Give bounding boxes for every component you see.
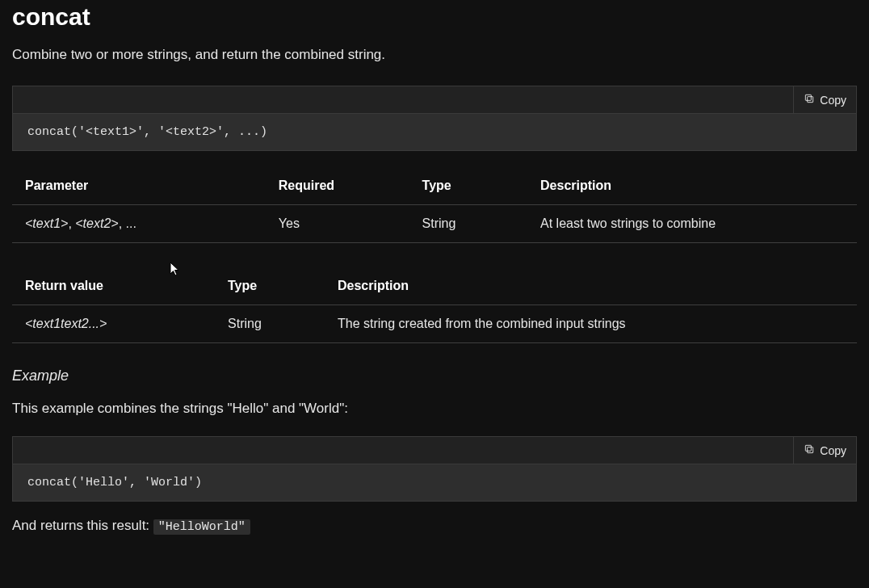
table-row: <text1text2...> String The string create… <box>12 305 857 343</box>
table-row: <text1>, <text2>, ... Yes String At leas… <box>12 205 857 243</box>
svg-rect-2 <box>808 447 813 453</box>
code-header: Copy <box>13 86 856 114</box>
code-header: Copy <box>13 437 856 464</box>
code-body-example: concat('Hello', 'World') <box>13 464 856 501</box>
example-heading: Example <box>12 368 857 384</box>
return-value-text: <text1text2...> <box>25 317 107 330</box>
intro-text: Combine two or more strings, and return … <box>12 47 857 63</box>
cell-parameter: <text1>, <text2>, ... <box>12 205 266 243</box>
result-prefix: And returns this result: <box>12 518 153 533</box>
cell-return-type: String <box>215 305 325 343</box>
parameters-table: Parameter Required Type Description <tex… <box>12 167 857 243</box>
code-block-example: Copy concat('Hello', 'World') <box>12 436 857 502</box>
cell-return-value: <text1text2...> <box>12 305 215 343</box>
copy-icon <box>804 93 815 107</box>
code-body-syntax: concat('<text1>', '<text2>', ...) <box>13 114 856 150</box>
svg-rect-1 <box>806 94 812 100</box>
copy-label: Copy <box>820 444 846 457</box>
col-type: Type <box>409 167 527 205</box>
copy-icon <box>804 443 815 457</box>
copy-button[interactable]: Copy <box>793 437 856 464</box>
param-rest: ... <box>126 216 136 230</box>
col-parameter: Parameter <box>12 167 266 205</box>
param-sep: , <box>68 216 75 230</box>
result-line: And returns this result: "HelloWorld" <box>12 518 857 534</box>
table-header-row: Return value Type Description <box>12 267 857 305</box>
page-title: concat <box>12 0 857 31</box>
col-required: Required <box>266 167 409 205</box>
cell-type: String <box>409 205 527 243</box>
col-return-value: Return value <box>12 267 215 305</box>
copy-button[interactable]: Copy <box>793 86 856 113</box>
param-text1: <text1> <box>25 216 68 230</box>
param-text2: <text2> <box>75 216 118 230</box>
svg-rect-0 <box>808 97 813 103</box>
cell-desc: At least two strings to combine <box>527 205 857 243</box>
svg-rect-3 <box>806 445 812 451</box>
example-intro: This example combines the strings "Hello… <box>12 401 857 417</box>
doc-page: concat Combine two or more strings, and … <box>0 0 869 546</box>
result-value: "HelloWorld" <box>153 519 250 535</box>
copy-label: Copy <box>820 94 846 107</box>
col-return-type: Type <box>215 267 325 305</box>
return-table: Return value Type Description <text1text… <box>12 267 857 343</box>
code-block-syntax: Copy concat('<text1>', '<text2>', ...) <box>12 86 857 151</box>
table-header-row: Parameter Required Type Description <box>12 167 857 205</box>
col-return-desc: Description <box>325 267 857 305</box>
col-desc: Description <box>527 167 857 205</box>
param-sep: , <box>119 216 126 230</box>
cell-required: Yes <box>266 205 409 243</box>
cell-return-desc: The string created from the combined inp… <box>325 305 857 343</box>
